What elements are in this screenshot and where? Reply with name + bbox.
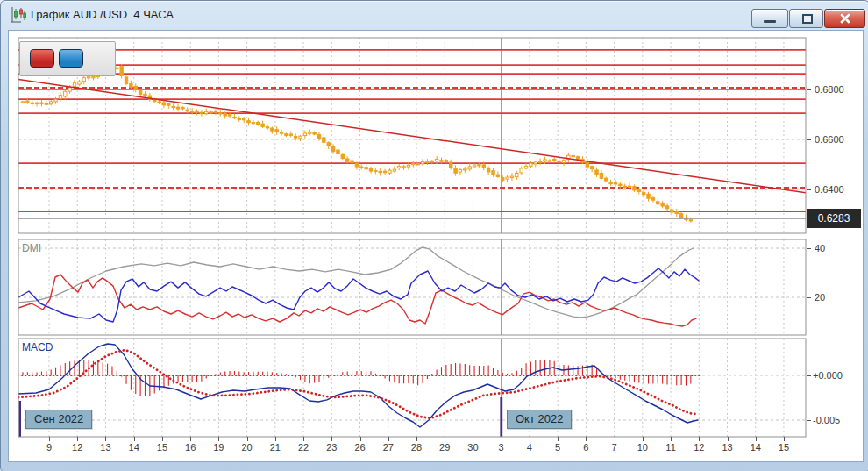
current-price-badge: 0.6283 [807, 209, 861, 228]
chart-canvas[interactable] [1, 1, 868, 471]
month-badge-september: Сен 2022 [25, 410, 92, 429]
chart-toolbar [19, 41, 116, 76]
blue-square-button[interactable] [59, 49, 83, 68]
red-square-button[interactable] [30, 49, 54, 68]
month-badge-october: Окт 2022 [507, 410, 572, 429]
app-window: График AUD /USD 4 ЧАСА DMI MACD Сен 2022… [0, 0, 868, 471]
